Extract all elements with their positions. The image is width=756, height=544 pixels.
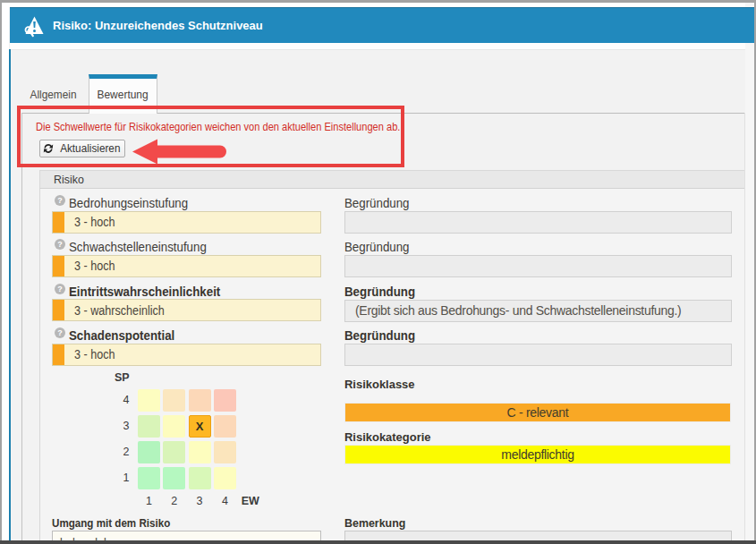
window-title: Risiko: Unzureichendes Schutzniveau (53, 8, 263, 43)
matrix-row-label: 2 (117, 446, 135, 458)
field-select[interactable]: 3 - hoch (52, 255, 321, 277)
form-container-border-left (21, 113, 22, 540)
matrix-cell[interactable] (214, 467, 236, 489)
matrix-row-label: 3 (117, 420, 135, 432)
reason-value: (Ergibt sich aus Bedrohungs- und Schwach… (355, 301, 681, 321)
matrix-cell-marker[interactable]: X (189, 415, 211, 438)
refresh-icon (43, 143, 54, 154)
field-select[interactable]: 3 - hoch (52, 211, 321, 234)
help-icon[interactable]: ? (55, 284, 65, 294)
risk-class-label: Risikoklasse (344, 378, 418, 391)
treatment-label-text: Umgang mit dem Risiko (52, 516, 170, 530)
matrix-cell[interactable] (138, 441, 160, 463)
field-label: Bedrohungseinstufung (69, 196, 194, 210)
treatment-label: Umgang mit dem Risiko (52, 516, 190, 530)
matrix-cell[interactable] (189, 389, 211, 412)
matrix-col-label: 3 (189, 495, 211, 507)
reason-label: Begründung (344, 196, 412, 210)
titlebar: Risiko: Unzureichendes Schutzniveau (10, 7, 754, 43)
matrix-row-label: 4 (117, 394, 135, 406)
select-color-stripe (53, 344, 64, 365)
reason-input[interactable]: (Ergibt sich aus Bedrohungs- und Schwach… (344, 300, 732, 322)
risk-class-value-bar: C - relevant (344, 403, 731, 422)
annotation-arrow (129, 135, 230, 168)
window-frame-bottom (0, 540, 756, 544)
refresh-button[interactable]: Aktualisieren (39, 140, 125, 157)
risk-class-value: C - relevant (507, 405, 569, 420)
window-frame-top (0, 0, 756, 3)
matrix-col-label: 4 (214, 495, 236, 507)
tab-bewertung-label: Bewertung (98, 88, 149, 101)
window-right-margin (745, 3, 754, 540)
risk-category-label: Risikokategorie (344, 430, 435, 444)
matrix-cell[interactable] (214, 441, 236, 463)
matrix-cell[interactable] (189, 467, 211, 489)
select-color-stripe (53, 256, 64, 276)
risk-warning-magnifier-icon (24, 13, 47, 47)
field-label: Schadenspotential (69, 328, 180, 343)
reason-input[interactable] (344, 211, 732, 234)
risk-category-value-bar: meldepflichtig (344, 445, 731, 464)
header-divider (10, 43, 754, 50)
section-risiko-header: Risiko (39, 170, 745, 189)
field-value: 3 - hoch (74, 344, 120, 365)
warning-message-text: Die Schwellwerte für Risikokategorien we… (36, 120, 400, 133)
select-color-stripe (53, 212, 64, 233)
refresh-button-label: Aktualisieren (60, 142, 120, 155)
matrix-cell[interactable] (163, 389, 185, 412)
matrix-cell[interactable] (189, 441, 211, 463)
matrix-col-label: 2 (163, 495, 185, 507)
tab-allgemein-label: Allgemein (30, 88, 77, 101)
remark-label: Bemerkung (344, 516, 411, 530)
reason-input[interactable] (344, 255, 732, 277)
field-select[interactable]: 3 - wahrscheinlich (52, 299, 321, 321)
matrix-col-label: 1 (138, 495, 160, 507)
field-label: Eintrittswahrscheinlichkeit (69, 285, 228, 299)
section-risiko-title: Risiko (54, 173, 84, 186)
matrix-y-axis-label: SP (115, 371, 130, 384)
form-container-border-right (744, 113, 745, 540)
matrix-cell[interactable] (214, 415, 236, 438)
matrix-row-label: 1 (117, 472, 135, 484)
matrix-cell[interactable] (138, 389, 160, 412)
risk-category-label-text: Risikokategorie (344, 430, 431, 444)
field-value: 3 - hoch (74, 212, 120, 233)
select-color-stripe (53, 300, 64, 320)
matrix-cell[interactable] (214, 389, 236, 412)
window-frame-left (0, 0, 2, 544)
window-left-margin (2, 3, 9, 540)
warning-message: Die Schwellwerte für Risikokategorien we… (36, 120, 480, 133)
risk-class-label-text: Risikoklasse (344, 378, 415, 391)
matrix-cell[interactable] (138, 467, 160, 489)
left-accent-line (9, 49, 11, 540)
matrix-cell[interactable] (163, 415, 185, 438)
reason-label: Begründung (344, 285, 419, 299)
matrix-cell[interactable] (163, 441, 185, 463)
matrix-x-axis-label: EW (242, 495, 259, 507)
matrix-cell[interactable] (138, 415, 160, 438)
reason-input[interactable] (344, 344, 732, 366)
field-value: 3 - hoch (74, 256, 120, 276)
help-icon[interactable]: ? (55, 195, 65, 206)
reason-label: Begründung (344, 240, 412, 254)
reason-label: Begründung (344, 328, 419, 343)
field-label: Schwachstelleneinstufung (69, 240, 214, 254)
matrix-cell[interactable] (163, 467, 185, 489)
remark-label-text: Bemerkung (344, 516, 405, 530)
field-select[interactable]: 3 - hoch (52, 344, 321, 366)
risk-category-value: meldepflichtig (501, 447, 573, 462)
field-value: 3 - wahrscheinlich (74, 300, 174, 320)
